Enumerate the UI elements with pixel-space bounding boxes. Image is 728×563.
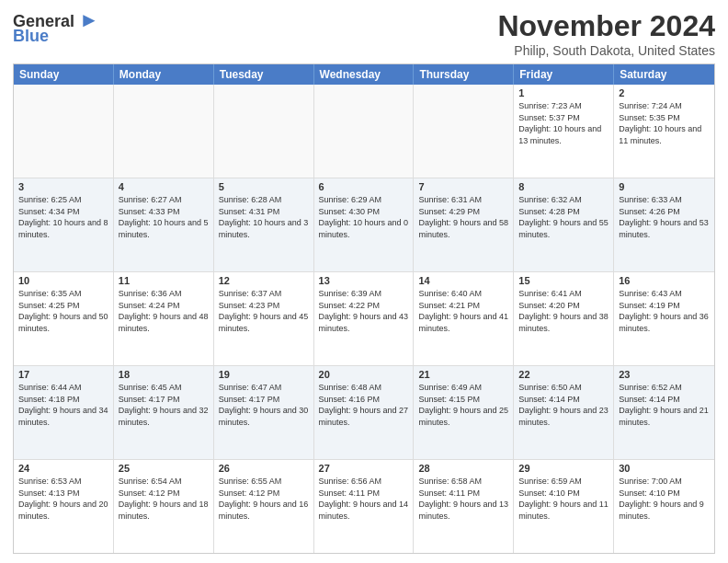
day-number: 1: [518, 87, 609, 98]
day-number: 13: [319, 275, 409, 286]
cell-info: Sunrise: 6:50 AMSunset: 4:14 PMDaylight:…: [518, 382, 609, 428]
cell-info: Sunrise: 6:44 AMSunset: 4:18 PMDaylight:…: [18, 382, 108, 428]
cal-cell-1-4: 7Sunrise: 6:31 AMSunset: 4:29 PMDaylight…: [414, 178, 514, 271]
cal-cell-1-5: 8Sunrise: 6:32 AMSunset: 4:28 PMDaylight…: [514, 178, 614, 271]
cell-info: Sunrise: 6:59 AMSunset: 4:10 PMDaylight:…: [518, 476, 609, 522]
cell-info: Sunrise: 6:53 AMSunset: 4:13 PMDaylight:…: [18, 476, 108, 522]
cal-cell-0-2: [214, 85, 314, 178]
header-tuesday: Tuesday: [214, 64, 314, 85]
day-number: 20: [319, 369, 409, 380]
day-number: 17: [18, 369, 108, 380]
header-thursday: Thursday: [414, 64, 514, 85]
cal-cell-0-4: [414, 85, 514, 178]
cal-cell-1-6: 9Sunrise: 6:33 AMSunset: 4:26 PMDaylight…: [614, 178, 714, 271]
day-number: 15: [518, 275, 609, 286]
cal-cell-0-0: [14, 85, 114, 178]
day-number: 2: [619, 87, 710, 98]
cell-info: Sunrise: 6:49 AMSunset: 4:15 PMDaylight:…: [418, 382, 508, 428]
day-number: 29: [518, 463, 609, 474]
month-title: November 2024: [497, 9, 715, 43]
cell-info: Sunrise: 6:43 AMSunset: 4:19 PMDaylight:…: [619, 288, 710, 334]
cell-info: Sunrise: 7:23 AMSunset: 5:37 PMDaylight:…: [518, 100, 609, 146]
cal-cell-2-0: 10Sunrise: 6:35 AMSunset: 4:25 PMDayligh…: [14, 272, 114, 365]
day-number: 3: [18, 181, 108, 192]
cal-cell-0-3: [314, 85, 415, 178]
day-number: 26: [219, 463, 309, 474]
cal-cell-4-0: 24Sunrise: 6:53 AMSunset: 4:13 PMDayligh…: [14, 460, 114, 553]
cal-cell-3-1: 18Sunrise: 6:45 AMSunset: 4:17 PMDayligh…: [114, 366, 214, 459]
cal-cell-2-5: 15Sunrise: 6:41 AMSunset: 4:20 PMDayligh…: [514, 272, 614, 365]
cell-info: Sunrise: 6:39 AMSunset: 4:22 PMDaylight:…: [319, 288, 409, 334]
day-number: 8: [518, 181, 609, 192]
location: Philip, South Dakota, United States: [497, 43, 715, 58]
cal-cell-0-1: [114, 85, 214, 178]
day-number: 5: [219, 181, 309, 192]
cal-cell-2-3: 13Sunrise: 6:39 AMSunset: 4:22 PMDayligh…: [314, 272, 415, 365]
cell-info: Sunrise: 6:33 AMSunset: 4:26 PMDaylight:…: [619, 194, 710, 240]
cell-info: Sunrise: 6:28 AMSunset: 4:31 PMDaylight:…: [219, 194, 309, 240]
cell-info: Sunrise: 6:40 AMSunset: 4:21 PMDaylight:…: [418, 288, 508, 334]
cell-info: Sunrise: 6:55 AMSunset: 4:12 PMDaylight:…: [219, 476, 309, 522]
cal-cell-3-6: 23Sunrise: 6:52 AMSunset: 4:14 PMDayligh…: [614, 366, 714, 459]
cell-info: Sunrise: 6:48 AMSunset: 4:16 PMDaylight:…: [319, 382, 409, 428]
day-number: 16: [619, 275, 710, 286]
day-number: 6: [319, 181, 409, 192]
header-saturday: Saturday: [614, 64, 714, 85]
cal-cell-4-1: 25Sunrise: 6:54 AMSunset: 4:12 PMDayligh…: [114, 460, 214, 553]
cal-cell-4-2: 26Sunrise: 6:55 AMSunset: 4:12 PMDayligh…: [214, 460, 314, 553]
day-number: 10: [18, 275, 108, 286]
day-number: 21: [418, 369, 508, 380]
cal-cell-0-6: 2Sunrise: 7:24 AMSunset: 5:35 PMDaylight…: [614, 85, 714, 178]
cal-cell-3-5: 22Sunrise: 6:50 AMSunset: 4:14 PMDayligh…: [514, 366, 614, 459]
cal-week-4: 24Sunrise: 6:53 AMSunset: 4:13 PMDayligh…: [14, 460, 714, 553]
day-number: 11: [119, 275, 209, 286]
cal-cell-4-5: 29Sunrise: 6:59 AMSunset: 4:10 PMDayligh…: [514, 460, 614, 553]
cal-cell-1-3: 6Sunrise: 6:29 AMSunset: 4:30 PMDaylight…: [314, 178, 415, 271]
cal-cell-4-3: 27Sunrise: 6:56 AMSunset: 4:11 PMDayligh…: [314, 460, 415, 553]
cell-info: Sunrise: 6:32 AMSunset: 4:28 PMDaylight:…: [518, 194, 609, 240]
cell-info: Sunrise: 6:41 AMSunset: 4:20 PMDaylight:…: [518, 288, 609, 334]
cal-week-3: 17Sunrise: 6:44 AMSunset: 4:18 PMDayligh…: [14, 366, 714, 460]
cell-info: Sunrise: 6:36 AMSunset: 4:24 PMDaylight:…: [119, 288, 209, 334]
cell-info: Sunrise: 6:45 AMSunset: 4:17 PMDaylight:…: [119, 382, 209, 428]
cal-cell-3-0: 17Sunrise: 6:44 AMSunset: 4:18 PMDayligh…: [14, 366, 114, 459]
title-area: November 2024 Philip, South Dakota, Unit…: [497, 9, 715, 58]
logo: General ► Blue: [13, 9, 99, 46]
cell-info: Sunrise: 6:47 AMSunset: 4:17 PMDaylight:…: [219, 382, 309, 428]
cal-cell-3-4: 21Sunrise: 6:49 AMSunset: 4:15 PMDayligh…: [414, 366, 514, 459]
cal-cell-0-5: 1Sunrise: 7:23 AMSunset: 5:37 PMDaylight…: [514, 85, 614, 178]
header-friday: Friday: [514, 64, 614, 85]
cal-cell-1-2: 5Sunrise: 6:28 AMSunset: 4:31 PMDaylight…: [214, 178, 314, 271]
day-number: 22: [518, 369, 609, 380]
cal-week-0: 1Sunrise: 7:23 AMSunset: 5:37 PMDaylight…: [14, 85, 714, 178]
page: General ► Blue November 2024 Philip, Sou…: [0, 0, 728, 563]
cal-cell-2-2: 12Sunrise: 6:37 AMSunset: 4:23 PMDayligh…: [214, 272, 314, 365]
cell-info: Sunrise: 7:00 AMSunset: 4:10 PMDaylight:…: [619, 476, 710, 522]
day-number: 25: [119, 463, 209, 474]
header: General ► Blue November 2024 Philip, Sou…: [13, 9, 715, 58]
cell-info: Sunrise: 7:24 AMSunset: 5:35 PMDaylight:…: [619, 100, 710, 146]
cell-info: Sunrise: 6:35 AMSunset: 4:25 PMDaylight:…: [18, 288, 108, 334]
calendar: Sunday Monday Tuesday Wednesday Thursday…: [13, 63, 715, 554]
day-number: 18: [119, 369, 209, 380]
day-number: 7: [418, 181, 508, 192]
header-sunday: Sunday: [14, 64, 114, 85]
cal-cell-3-3: 20Sunrise: 6:48 AMSunset: 4:16 PMDayligh…: [314, 366, 415, 459]
day-number: 19: [219, 369, 309, 380]
cell-info: Sunrise: 6:25 AMSunset: 4:34 PMDaylight:…: [18, 194, 108, 240]
header-monday: Monday: [114, 64, 214, 85]
calendar-body: 1Sunrise: 7:23 AMSunset: 5:37 PMDaylight…: [14, 85, 714, 553]
cal-cell-2-1: 11Sunrise: 6:36 AMSunset: 4:24 PMDayligh…: [114, 272, 214, 365]
day-number: 24: [18, 463, 108, 474]
header-wednesday: Wednesday: [314, 64, 415, 85]
day-number: 27: [319, 463, 409, 474]
cal-cell-1-1: 4Sunrise: 6:27 AMSunset: 4:33 PMDaylight…: [114, 178, 214, 271]
cell-info: Sunrise: 6:56 AMSunset: 4:11 PMDaylight:…: [319, 476, 409, 522]
cal-week-2: 10Sunrise: 6:35 AMSunset: 4:25 PMDayligh…: [14, 272, 714, 366]
cal-cell-2-4: 14Sunrise: 6:40 AMSunset: 4:21 PMDayligh…: [414, 272, 514, 365]
day-number: 14: [418, 275, 508, 286]
cal-cell-2-6: 16Sunrise: 6:43 AMSunset: 4:19 PMDayligh…: [614, 272, 714, 365]
day-number: 12: [219, 275, 309, 286]
cell-info: Sunrise: 6:31 AMSunset: 4:29 PMDaylight:…: [418, 194, 508, 240]
calendar-header: Sunday Monday Tuesday Wednesday Thursday…: [14, 64, 714, 85]
